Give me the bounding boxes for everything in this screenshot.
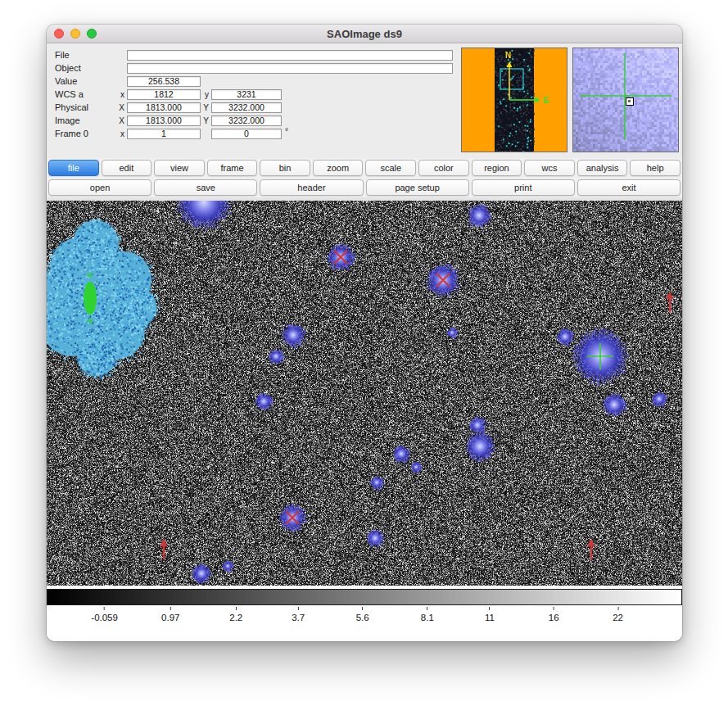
ds9-window: SAOImage ds9 File Object Value 256.538 W… (47, 25, 682, 641)
command-button-row: open save header page setup print exit (47, 178, 682, 197)
save-button[interactable]: save (154, 179, 257, 196)
menu-view[interactable]: view (154, 160, 205, 176)
menu-help[interactable]: help (630, 160, 681, 176)
window-title: SAOImage ds9 (327, 28, 402, 40)
physical-x-field[interactable]: 1813.000 (127, 102, 201, 113)
image-label: Image (55, 115, 116, 125)
frame-label: Frame 0 (55, 129, 116, 138)
menu-button-row: file edit view frame bin zoom scale colo… (47, 158, 682, 178)
object-field[interactable] (127, 63, 453, 74)
page-setup-button[interactable]: page setup (366, 179, 469, 196)
colorbar-tick: 2.2 (229, 607, 242, 622)
colorbar-tick: 3.7 (292, 607, 305, 622)
physical-label: Physical (55, 102, 116, 112)
titlebar[interactable]: SAOImage ds9 (47, 25, 682, 43)
magnifier (572, 48, 679, 152)
colorbar-tick: 8.1 (421, 607, 434, 622)
image-y-label: Y (201, 116, 211, 125)
file-field[interactable] (127, 50, 453, 61)
object-label: Object (55, 63, 116, 73)
image-area (47, 197, 682, 586)
colorbar-section: -0.059 0.97 2.2 3.7 5.6 8.1 11 16 22 (47, 586, 682, 641)
magnifier-canvas (573, 48, 678, 152)
menu-analysis[interactable]: analysis (577, 160, 628, 176)
menu-color[interactable]: color (418, 160, 469, 176)
colorbar-tick: 0.97 (161, 607, 179, 622)
image-x-label: X (116, 116, 127, 125)
wcs-x-label: x (116, 90, 127, 99)
wcs-x-field[interactable]: 1812 (127, 89, 201, 100)
frame-x-label: x (116, 129, 127, 138)
physical-x-label: X (116, 103, 127, 112)
zoom-button[interactable] (87, 29, 97, 38)
wcs-label: WCS a (55, 89, 116, 99)
wcs-y-field[interactable]: 3231 (211, 89, 282, 100)
colorbar-tick: 11 (485, 607, 495, 622)
menu-scale[interactable]: scale (365, 160, 416, 176)
menu-file[interactable]: file (48, 160, 99, 176)
menu-zoom[interactable]: zoom (313, 160, 364, 176)
image-canvas[interactable] (47, 201, 682, 586)
colorbar-tick: 22 (613, 607, 623, 622)
open-button[interactable]: open (48, 179, 151, 196)
menu-wcs[interactable]: wcs (524, 160, 575, 176)
menu-region[interactable]: region (472, 160, 522, 176)
traffic-lights (54, 29, 97, 38)
frame-rotation-field[interactable]: 0 (211, 129, 282, 139)
menu-bin[interactable]: bin (260, 160, 310, 176)
image-x-field[interactable]: 1813.000 (127, 115, 201, 126)
frame-x-field[interactable]: 1 (127, 129, 201, 139)
close-button[interactable] (54, 29, 64, 38)
header-button[interactable]: header (260, 179, 363, 196)
wcs-y-label: y (201, 90, 211, 99)
value-label: Value (55, 76, 116, 86)
degree-symbol: ° (285, 127, 288, 136)
colorbar[interactable] (47, 589, 682, 605)
colorbar-tick: 16 (549, 607, 559, 622)
menu-frame[interactable]: frame (207, 160, 258, 176)
physical-y-field[interactable]: 3232.000 (211, 102, 282, 113)
colorbar-tick: -0.059 (91, 607, 118, 622)
panner[interactable] (461, 48, 567, 152)
file-label: File (55, 50, 116, 60)
print-button[interactable]: print (472, 179, 575, 196)
minimize-button[interactable] (70, 29, 80, 38)
value-field[interactable]: 256.538 (127, 76, 201, 87)
image-y-field[interactable]: 3232.000 (211, 115, 282, 126)
menu-edit[interactable]: edit (102, 160, 152, 176)
info-panel: File Object Value 256.538 WCS a x 1812 y… (47, 43, 682, 158)
colorbar-labels: -0.059 0.97 2.2 3.7 5.6 8.1 11 16 22 (47, 605, 682, 635)
exit-button[interactable]: exit (577, 179, 681, 196)
colorbar-tick: 5.6 (356, 607, 369, 622)
panner-canvas[interactable] (462, 48, 567, 152)
physical-y-label: Y (201, 103, 211, 112)
